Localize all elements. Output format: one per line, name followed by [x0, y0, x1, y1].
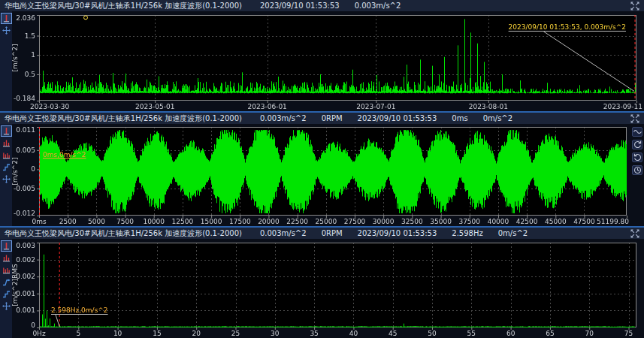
header-timestamp: 2023/09/10 01:53:53: [260, 0, 340, 11]
waveform-panel-header: 华电尚义王悦梁风电/30#风机/主轴承1H/256k 加速度波形(0.1-200…: [0, 113, 644, 124]
waveform-right-tools: [630, 124, 644, 226]
waveform-panel: 华电尚义王悦梁风电/30#风机/主轴承1H/256k 加速度波形(0.1-200…: [0, 113, 644, 226]
header-cursor-freq: 2.598Hz: [452, 228, 482, 239]
waveform-chart[interactable]: [12, 124, 630, 226]
spectrum-panel: 华电尚义王悦梁风电/30#风机/主轴承1H/256k 加速度波形(0.1-200…: [0, 228, 644, 338]
step-icon[interactable]: [2, 289, 11, 299]
step-icon[interactable]: [2, 162, 11, 172]
panel-title: 华电尚义王悦梁风电/30#风机/主轴承1H/256k 加速度波形(0.1-200…: [5, 113, 242, 124]
header-cursor-value: 0m/s^2: [498, 228, 528, 239]
rotate-ccw-icon[interactable]: [632, 140, 642, 149]
trend-panel: 华电尚义王悦梁风电/30#风机/主轴承1H/256k 加速度波形(0.1-200…: [0, 0, 644, 111]
waveform-toolbar: [0, 124, 12, 226]
panel-title: 华电尚义王悦梁风电/30#风机/主轴承1H/256k 加速度波形(0.1-200…: [5, 228, 242, 239]
panel-title: 华电尚义王悦梁风电/30#风机/主轴承1H/256k 加速度波形(0.1-200…: [5, 0, 242, 11]
spectrum-panel-header: 华电尚义王悦梁风电/30#风机/主轴承1H/256k 加速度波形(0.1-200…: [0, 228, 644, 239]
wave-icon[interactable]: [632, 127, 642, 137]
pan-icon[interactable]: [2, 174, 11, 184]
header-amplitude: 0.003m/s^2: [355, 0, 401, 11]
trend-toolbar: [0, 11, 12, 111]
spectrum-chart[interactable]: [12, 239, 644, 338]
history-icon[interactable]: [632, 165, 642, 175]
header-amplitude: 0.003m/s^2: [260, 228, 307, 239]
curve-arrow-icon[interactable]: [2, 277, 11, 287]
cursor-icon[interactable]: [2, 241, 11, 251]
header-cursor-time: 0ms: [452, 113, 467, 124]
bars-icon[interactable]: [2, 138, 11, 148]
vibration-analysis-window: 华电尚义王悦梁风电/30#风机/主轴承1H/256k 加速度波形(0.1-200…: [0, 0, 644, 338]
header-rpm: 0RPM: [322, 113, 343, 124]
pan-icon[interactable]: [2, 26, 11, 35]
trend-panel-header: 华电尚义王悦梁风电/30#风机/主轴承1H/256k 加速度波形(0.1-200…: [0, 0, 644, 11]
harmonics-icon[interactable]: [2, 150, 11, 160]
expand-icon[interactable]: [630, 2, 639, 11]
bars-icon[interactable]: [2, 253, 11, 263]
expand-icon[interactable]: [630, 114, 639, 123]
expand-icon[interactable]: [630, 229, 639, 238]
header-timestamp: 2023/09/10 01:53:53: [358, 113, 437, 124]
cursor-icon[interactable]: [2, 14, 11, 23]
header-rpm: 0RPM: [322, 228, 343, 239]
header-cursor-value: 0m/s^2: [483, 113, 512, 124]
header-amplitude: 0.003m/s^2: [260, 113, 307, 124]
pan-icon[interactable]: [2, 301, 11, 311]
header-timestamp: 2023/09/10 01:53:53: [358, 228, 437, 239]
rotate-cw-icon[interactable]: [632, 152, 642, 162]
trend-chart[interactable]: [12, 11, 644, 111]
harmonics-icon[interactable]: [2, 265, 11, 275]
cursor-icon[interactable]: [2, 126, 11, 136]
spectrum-toolbar: [0, 239, 12, 338]
